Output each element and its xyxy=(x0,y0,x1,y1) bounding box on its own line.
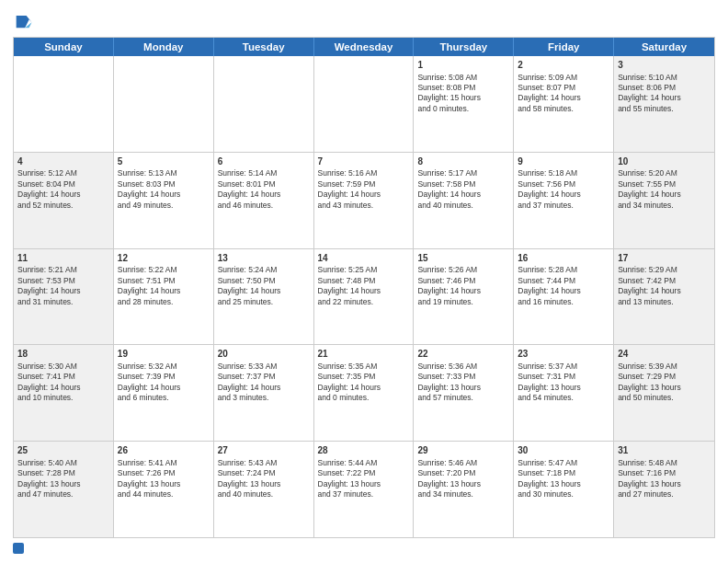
cal-cell-3: 3Sunrise: 5:10 AM Sunset: 8:06 PM Daylig… xyxy=(614,56,714,152)
cal-cell-2: 2Sunrise: 5:09 AM Sunset: 8:07 PM Daylig… xyxy=(514,56,614,152)
cal-header-thursday: Thursday xyxy=(414,38,514,56)
cal-week-3: 18Sunrise: 5:30 AM Sunset: 7:41 PM Dayli… xyxy=(14,345,714,442)
day-info: Sunrise: 5:46 AM Sunset: 7:20 PM Dayligh… xyxy=(417,458,481,499)
day-number: 30 xyxy=(518,444,609,457)
day-number: 26 xyxy=(118,444,210,457)
day-info: Sunrise: 5:18 AM Sunset: 7:56 PM Dayligh… xyxy=(518,168,581,209)
cal-cell-20: 20Sunrise: 5:33 AM Sunset: 7:37 PM Dayli… xyxy=(214,345,314,441)
cal-cell-17: 17Sunrise: 5:29 AM Sunset: 7:42 PM Dayli… xyxy=(614,249,714,345)
cal-cell-25: 25Sunrise: 5:40 AM Sunset: 7:28 PM Dayli… xyxy=(14,442,114,537)
day-number: 29 xyxy=(417,444,509,457)
footer xyxy=(13,543,715,554)
cal-cell-empty-0-1 xyxy=(114,56,214,152)
day-info: Sunrise: 5:36 AM Sunset: 7:33 PM Dayligh… xyxy=(417,362,481,402)
day-info: Sunrise: 5:16 AM Sunset: 7:59 PM Dayligh… xyxy=(318,168,381,209)
day-number: 21 xyxy=(318,348,410,361)
day-info: Sunrise: 5:26 AM Sunset: 7:46 PM Dayligh… xyxy=(417,265,481,305)
cal-week-4: 25Sunrise: 5:40 AM Sunset: 7:28 PM Dayli… xyxy=(14,442,714,537)
day-info: Sunrise: 5:14 AM Sunset: 8:01 PM Dayligh… xyxy=(218,168,281,209)
cal-header-tuesday: Tuesday xyxy=(214,38,314,56)
logo-icon xyxy=(13,13,33,33)
day-number: 27 xyxy=(218,444,310,457)
cal-cell-26: 26Sunrise: 5:41 AM Sunset: 7:26 PM Dayli… xyxy=(114,442,214,537)
cal-cell-7: 7Sunrise: 5:16 AM Sunset: 7:59 PM Daylig… xyxy=(314,153,415,248)
cal-cell-12: 12Sunrise: 5:22 AM Sunset: 7:51 PM Dayli… xyxy=(114,249,214,345)
cal-header-sunday: Sunday xyxy=(14,38,114,56)
day-info: Sunrise: 5:20 AM Sunset: 7:55 PM Dayligh… xyxy=(618,168,681,209)
day-number: 25 xyxy=(17,444,109,457)
cal-cell-6: 6Sunrise: 5:14 AM Sunset: 8:01 PM Daylig… xyxy=(214,153,314,248)
day-info: Sunrise: 5:44 AM Sunset: 7:22 PM Dayligh… xyxy=(318,458,381,499)
day-number: 4 xyxy=(17,155,109,168)
day-info: Sunrise: 5:13 AM Sunset: 8:03 PM Dayligh… xyxy=(118,168,181,209)
day-number: 31 xyxy=(618,444,711,457)
day-number: 20 xyxy=(218,348,310,361)
day-info: Sunrise: 5:17 AM Sunset: 7:58 PM Dayligh… xyxy=(417,168,481,209)
day-info: Sunrise: 5:25 AM Sunset: 7:48 PM Dayligh… xyxy=(318,265,381,305)
day-number: 8 xyxy=(417,155,509,168)
day-number: 6 xyxy=(218,155,310,168)
cal-cell-5: 5Sunrise: 5:13 AM Sunset: 8:03 PM Daylig… xyxy=(114,153,214,248)
day-number: 18 xyxy=(17,348,109,361)
cal-cell-19: 19Sunrise: 5:32 AM Sunset: 7:39 PM Dayli… xyxy=(114,345,214,441)
cal-cell-27: 27Sunrise: 5:43 AM Sunset: 7:24 PM Dayli… xyxy=(214,442,314,537)
day-info: Sunrise: 5:09 AM Sunset: 8:07 PM Dayligh… xyxy=(518,73,581,113)
day-number: 13 xyxy=(218,252,310,265)
day-number: 24 xyxy=(618,348,711,361)
cal-cell-1: 1Sunrise: 5:08 AM Sunset: 8:08 PM Daylig… xyxy=(414,56,514,152)
cal-week-1: 4Sunrise: 5:12 AM Sunset: 8:04 PM Daylig… xyxy=(14,153,714,249)
day-info: Sunrise: 5:47 AM Sunset: 7:18 PM Dayligh… xyxy=(518,458,581,499)
day-info: Sunrise: 5:08 AM Sunset: 8:08 PM Dayligh… xyxy=(417,73,481,113)
day-number: 14 xyxy=(318,252,410,265)
cal-cell-22: 22Sunrise: 5:36 AM Sunset: 7:33 PM Dayli… xyxy=(414,345,514,441)
day-number: 9 xyxy=(518,155,609,168)
day-info: Sunrise: 5:40 AM Sunset: 7:28 PM Dayligh… xyxy=(17,458,81,499)
day-info: Sunrise: 5:10 AM Sunset: 8:06 PM Dayligh… xyxy=(618,73,681,113)
day-info: Sunrise: 5:43 AM Sunset: 7:24 PM Dayligh… xyxy=(218,458,281,499)
cal-cell-21: 21Sunrise: 5:35 AM Sunset: 7:35 PM Dayli… xyxy=(314,345,415,441)
day-number: 2 xyxy=(518,59,609,72)
cal-week-0: 1Sunrise: 5:08 AM Sunset: 8:08 PM Daylig… xyxy=(14,56,714,153)
cal-cell-8: 8Sunrise: 5:17 AM Sunset: 7:58 PM Daylig… xyxy=(414,153,514,248)
day-number: 15 xyxy=(417,252,509,265)
day-info: Sunrise: 5:12 AM Sunset: 8:04 PM Dayligh… xyxy=(17,168,81,209)
calendar-header-row: SundayMondayTuesdayWednesdayThursdayFrid… xyxy=(14,38,714,56)
cal-cell-4: 4Sunrise: 5:12 AM Sunset: 8:04 PM Daylig… xyxy=(14,153,114,248)
day-info: Sunrise: 5:21 AM Sunset: 7:53 PM Dayligh… xyxy=(17,265,81,305)
day-info: Sunrise: 5:39 AM Sunset: 7:29 PM Dayligh… xyxy=(618,362,681,402)
day-info: Sunrise: 5:41 AM Sunset: 7:26 PM Dayligh… xyxy=(118,458,181,499)
cal-header-monday: Monday xyxy=(114,38,214,56)
day-info: Sunrise: 5:30 AM Sunset: 7:41 PM Dayligh… xyxy=(17,362,81,402)
cal-cell-31: 31Sunrise: 5:48 AM Sunset: 7:16 PM Dayli… xyxy=(614,442,714,537)
cal-cell-24: 24Sunrise: 5:39 AM Sunset: 7:29 PM Dayli… xyxy=(614,345,714,441)
day-info: Sunrise: 5:32 AM Sunset: 7:39 PM Dayligh… xyxy=(118,362,181,402)
cal-cell-29: 29Sunrise: 5:46 AM Sunset: 7:20 PM Dayli… xyxy=(414,442,514,537)
footer-dot xyxy=(13,543,24,554)
cal-cell-30: 30Sunrise: 5:47 AM Sunset: 7:18 PM Dayli… xyxy=(514,442,614,537)
cal-cell-14: 14Sunrise: 5:25 AM Sunset: 7:48 PM Dayli… xyxy=(314,249,415,345)
cal-cell-9: 9Sunrise: 5:18 AM Sunset: 7:56 PM Daylig… xyxy=(514,153,614,248)
cal-header-friday: Friday xyxy=(514,38,614,56)
day-info: Sunrise: 5:48 AM Sunset: 7:16 PM Dayligh… xyxy=(618,458,681,499)
day-info: Sunrise: 5:37 AM Sunset: 7:31 PM Dayligh… xyxy=(518,362,581,402)
day-number: 1 xyxy=(417,59,509,72)
cal-cell-empty-0-3 xyxy=(314,56,415,152)
day-number: 11 xyxy=(17,252,109,265)
day-number: 3 xyxy=(618,59,711,72)
day-number: 7 xyxy=(318,155,410,168)
day-info: Sunrise: 5:24 AM Sunset: 7:50 PM Dayligh… xyxy=(218,265,281,305)
day-info: Sunrise: 5:33 AM Sunset: 7:37 PM Dayligh… xyxy=(218,362,281,402)
day-number: 10 xyxy=(618,155,711,168)
cal-cell-empty-0-0 xyxy=(14,56,114,152)
day-number: 22 xyxy=(417,348,509,361)
day-info: Sunrise: 5:35 AM Sunset: 7:35 PM Dayligh… xyxy=(318,362,381,402)
calendar-body: 1Sunrise: 5:08 AM Sunset: 8:08 PM Daylig… xyxy=(14,56,714,537)
day-number: 19 xyxy=(118,348,210,361)
day-number: 5 xyxy=(118,155,210,168)
cal-week-2: 11Sunrise: 5:21 AM Sunset: 7:53 PM Dayli… xyxy=(14,249,714,346)
day-info: Sunrise: 5:28 AM Sunset: 7:44 PM Dayligh… xyxy=(518,265,581,305)
day-number: 28 xyxy=(318,444,410,457)
cal-cell-28: 28Sunrise: 5:44 AM Sunset: 7:22 PM Dayli… xyxy=(314,442,415,537)
cal-cell-15: 15Sunrise: 5:26 AM Sunset: 7:46 PM Dayli… xyxy=(414,249,514,345)
cal-header-wednesday: Wednesday xyxy=(314,38,415,56)
